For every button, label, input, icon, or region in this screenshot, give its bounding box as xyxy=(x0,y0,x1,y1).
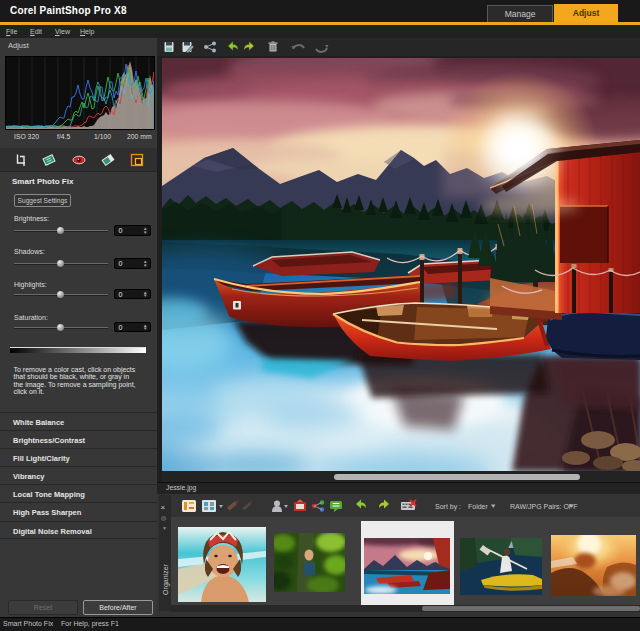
svg-text:Sort by :: Sort by : xyxy=(435,503,461,511)
svg-text:Folder: Folder xyxy=(468,503,489,510)
svg-text:RAW/JPG Pairs: OFF: RAW/JPG Pairs: OFF xyxy=(510,503,577,510)
